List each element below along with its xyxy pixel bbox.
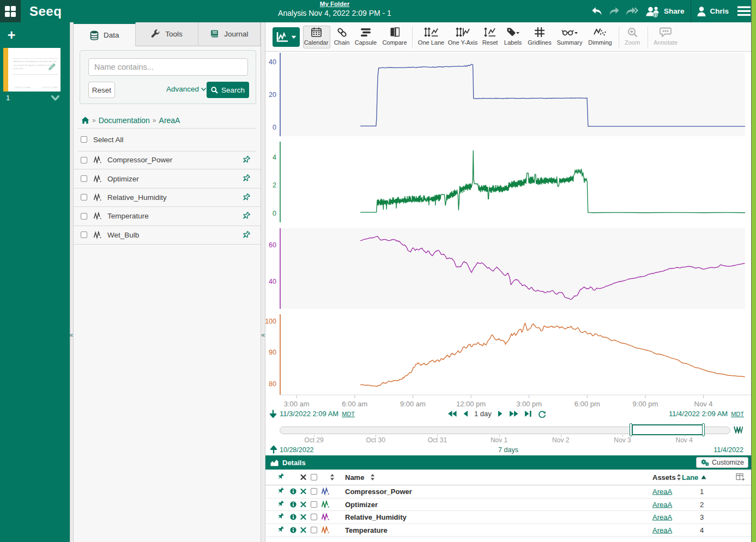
undo-button[interactable] bbox=[591, 6, 603, 17]
fast-forward-icon[interactable] bbox=[509, 410, 518, 417]
chevron-down-icon[interactable] bbox=[51, 95, 59, 101]
signal-result-relative_humidity[interactable]: Relative_Humidity bbox=[74, 188, 261, 207]
assets-column-header[interactable]: Assets bbox=[652, 473, 676, 482]
row-name[interactable]: Relative_Humidity bbox=[345, 513, 407, 521]
remove-icon[interactable] bbox=[300, 527, 306, 533]
sort-icon[interactable] bbox=[370, 474, 375, 481]
sort-icon[interactable] bbox=[330, 474, 335, 481]
remove-icon[interactable] bbox=[300, 514, 306, 520]
row-checkbox[interactable] bbox=[311, 488, 317, 495]
sort-icon[interactable] bbox=[676, 474, 681, 481]
row-name[interactable]: Compressor_Power bbox=[345, 488, 412, 496]
info-icon[interactable] bbox=[290, 514, 297, 520]
remove-icon[interactable] bbox=[300, 501, 306, 507]
signal-checkbox[interactable] bbox=[81, 213, 87, 220]
arrow-down-icon[interactable] bbox=[270, 410, 276, 418]
toolbar-button-summary[interactable]: Summary bbox=[553, 26, 586, 50]
step-to-end-icon[interactable] bbox=[524, 410, 532, 417]
search-input[interactable] bbox=[88, 58, 248, 76]
details-row-relative_humidity[interactable]: Relative_HumidityAreaA3 bbox=[265, 511, 751, 524]
collapse-data-panel-handle[interactable]: « bbox=[261, 22, 265, 542]
details-row-temperature[interactable]: TemperatureAreaA4 bbox=[265, 524, 751, 537]
step-back-icon[interactable] bbox=[463, 410, 468, 417]
row-name[interactable]: Optimizer bbox=[345, 500, 378, 508]
rewind-icon[interactable] bbox=[447, 410, 457, 417]
toolbar-button-compare[interactable]: Compare bbox=[378, 26, 411, 50]
range-start-timezone[interactable]: MDT bbox=[342, 411, 355, 417]
tab-data[interactable]: Data bbox=[74, 22, 136, 46]
add-column-icon[interactable] bbox=[736, 473, 745, 482]
signal-result-wet_bulb[interactable]: Wet_Bulb bbox=[74, 226, 261, 245]
pin-icon[interactable] bbox=[242, 156, 251, 165]
breadcrumb-areaa-link[interactable]: AreaA bbox=[159, 116, 180, 125]
pin-icon[interactable] bbox=[242, 193, 251, 203]
timeline-handle-left[interactable] bbox=[630, 423, 632, 436]
timeline-selected-range[interactable] bbox=[632, 424, 703, 435]
signal-name[interactable]: Compressor_Power bbox=[107, 156, 172, 164]
signal-checkbox[interactable] bbox=[81, 194, 87, 200]
share-button[interactable]: Share bbox=[645, 5, 685, 18]
toolbar-button-dimming[interactable]: Dimming bbox=[584, 26, 616, 50]
range-end-timezone[interactable]: MDT bbox=[731, 411, 744, 417]
pin-icon[interactable] bbox=[242, 212, 251, 221]
row-checkbox[interactable] bbox=[311, 501, 317, 508]
pin-icon[interactable] bbox=[242, 231, 251, 240]
row-checkbox[interactable] bbox=[311, 527, 317, 533]
lane-column-header[interactable]: Lane bbox=[682, 473, 698, 482]
signal-name[interactable]: Optimizer bbox=[107, 175, 139, 183]
add-worksheet-button[interactable]: + bbox=[5, 29, 18, 42]
row-checkbox[interactable] bbox=[311, 514, 317, 520]
range-start-text[interactable]: 11/3/2022 2:09 AM bbox=[280, 410, 338, 418]
info-icon[interactable] bbox=[290, 527, 297, 533]
tab-tools[interactable]: Tools bbox=[136, 22, 198, 46]
signal-result-temperature[interactable]: Temperature bbox=[74, 207, 261, 226]
remove-column-header[interactable] bbox=[300, 474, 306, 480]
toolbar-button-one-lane[interactable]: One Lane bbox=[415, 26, 447, 50]
browser-extension-sidebar-strip[interactable] bbox=[751, 0, 756, 542]
collapse-worksheet-panel-handle[interactable]: « bbox=[70, 22, 74, 542]
signal-result-optimizer[interactable]: Optimizer bbox=[74, 169, 261, 188]
app-switcher-button[interactable] bbox=[0, 0, 21, 22]
signal-checkbox[interactable] bbox=[81, 175, 87, 182]
select-all-rows-checkbox[interactable] bbox=[311, 474, 317, 480]
info-icon[interactable] bbox=[290, 488, 297, 495]
pin-icon[interactable] bbox=[277, 526, 285, 534]
range-duration-label[interactable]: 1 day bbox=[474, 410, 492, 418]
my-folder-link[interactable]: My Folder bbox=[218, 1, 451, 7]
step-forward-icon[interactable] bbox=[498, 410, 503, 417]
toolbar-button-gridlines[interactable]: Gridlines bbox=[523, 26, 556, 50]
name-column-header[interactable]: Name bbox=[345, 473, 364, 482]
analysis-title[interactable]: Analysis Nov 4, 2022 2:09 PM - 1 bbox=[218, 9, 451, 17]
details-row-compressor_power[interactable]: Compressor_PowerAreaA1 bbox=[265, 485, 751, 498]
auto-update-icon[interactable] bbox=[538, 410, 546, 418]
advanced-toggle[interactable]: Advanced bbox=[166, 85, 206, 93]
row-asset-link[interactable]: AreaA bbox=[652, 513, 672, 521]
pin-icon[interactable] bbox=[277, 500, 285, 508]
pin-icon[interactable] bbox=[242, 174, 251, 184]
search-button[interactable]: Search bbox=[207, 82, 249, 98]
range-end-text[interactable]: 11/4/2022 2:09 AM bbox=[669, 410, 728, 418]
timeline-duration[interactable]: 7 days bbox=[265, 446, 751, 454]
trend-chart[interactable]: 02040024406080901003:00 am6:00 am9:00 am… bbox=[265, 52, 751, 409]
signal-checkbox[interactable] bbox=[81, 232, 87, 238]
worksheet-thumbnail[interactable]: Add data to this display via the Data ta… bbox=[3, 48, 61, 92]
details-row-optimizer[interactable]: OptimizerAreaA2 bbox=[265, 498, 751, 511]
remove-icon[interactable] bbox=[300, 489, 306, 495]
row-name[interactable]: Temperature bbox=[345, 526, 388, 534]
timeline-end-date[interactable]: 11/4/2022 bbox=[713, 446, 743, 454]
select-all-checkbox[interactable] bbox=[81, 136, 87, 143]
info-icon[interactable] bbox=[290, 501, 297, 508]
row-asset-link[interactable]: AreaA bbox=[652, 500, 672, 508]
customize-button[interactable]: Customize bbox=[696, 457, 748, 468]
signal-name[interactable]: Relative_Humidity bbox=[107, 193, 167, 202]
signal-name[interactable]: Temperature bbox=[107, 212, 149, 220]
view-mode-dropdown[interactable] bbox=[273, 27, 300, 47]
home-icon[interactable] bbox=[81, 117, 89, 124]
row-asset-link[interactable]: AreaA bbox=[652, 526, 672, 534]
signal-name[interactable]: Wet_Bulb bbox=[107, 231, 139, 239]
row-asset-link[interactable]: AreaA bbox=[652, 488, 672, 496]
tab-journal[interactable]: Journal bbox=[198, 22, 261, 46]
lane-sort-ascending-icon[interactable] bbox=[701, 475, 706, 479]
pin-column-header[interactable] bbox=[277, 473, 285, 482]
main-menu-button[interactable] bbox=[737, 6, 751, 16]
